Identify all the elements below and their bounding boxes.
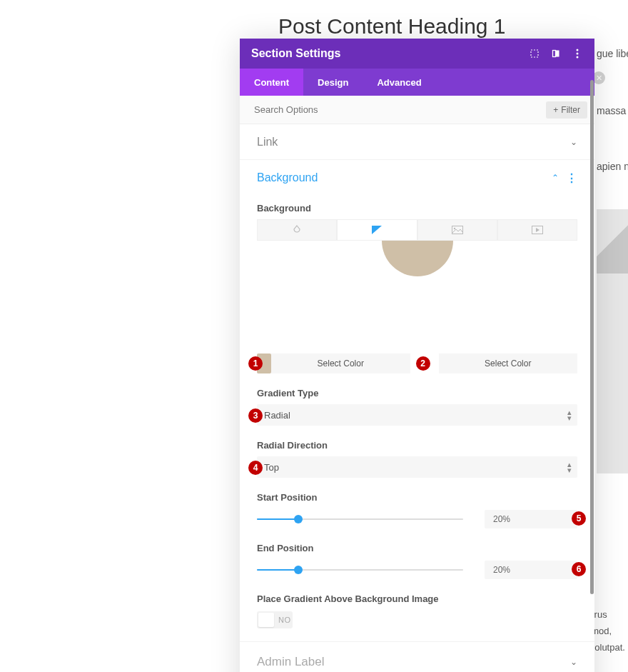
accordion-title: Background xyxy=(257,171,318,184)
start-position-label: Start Position xyxy=(257,492,577,503)
color-picker-1: 1 Select Color xyxy=(257,353,410,373)
radial-direction-value: Top xyxy=(264,462,279,473)
place-above-label: Place Gradient Above Background Image xyxy=(257,593,577,604)
bg-label: Background xyxy=(257,203,577,214)
svg-rect-1 xyxy=(553,51,556,57)
annotation-badge-4: 4 xyxy=(248,461,263,475)
bg-tab-video[interactable] xyxy=(497,219,577,241)
background-section-graphic xyxy=(597,209,628,473)
settings-tabs: Content Design Advanced xyxy=(240,69,594,96)
select-caret-icon: ▴▾ xyxy=(567,409,572,421)
chevron-down-icon: ⌄ xyxy=(570,657,577,667)
color-picker-2: 2 Select Color xyxy=(425,353,578,373)
start-position-value[interactable]: 20% xyxy=(485,510,577,528)
chevron-down-icon: ⌄ xyxy=(570,137,577,147)
background-panel: Background 1 Select Color xyxy=(240,203,594,641)
video-icon xyxy=(532,226,543,234)
annotation-badge-1: 1 xyxy=(248,356,263,371)
more-icon[interactable] xyxy=(572,48,583,59)
annotation-badge-6: 6 xyxy=(572,562,586,576)
accordion-background[interactable]: Background ⌃ ⋮ xyxy=(240,160,594,196)
tab-design[interactable]: Design xyxy=(303,69,363,96)
end-position-value[interactable]: 20% xyxy=(485,561,577,579)
background-text: massa orci uat. xyxy=(597,103,628,119)
tab-content[interactable]: Content xyxy=(240,69,303,96)
toggle-knob xyxy=(258,613,274,627)
toggle-state: NO xyxy=(278,616,291,624)
section-settings-modal: Section Settings Content Design Advanced… xyxy=(240,39,594,672)
svg-point-5 xyxy=(577,56,579,59)
radial-direction-label: Radial Direction xyxy=(257,440,577,451)
chevron-up-icon: ⌃ xyxy=(552,173,559,183)
gradient-preview-shape xyxy=(382,241,453,276)
svg-point-4 xyxy=(577,53,579,55)
annotation-badge-5: 5 xyxy=(572,511,586,526)
svg-rect-0 xyxy=(531,50,538,57)
bg-type-tabs xyxy=(257,219,577,241)
gradient-type-label: Gradient Type xyxy=(257,388,577,398)
modal-scrollbar[interactable] xyxy=(590,80,594,594)
tab-advanced[interactable]: Advanced xyxy=(363,69,435,96)
svg-point-8 xyxy=(453,228,455,229)
modal-title: Section Settings xyxy=(251,47,519,60)
place-above-toggle[interactable]: NO xyxy=(257,611,293,628)
bg-tab-image[interactable] xyxy=(417,219,497,241)
radial-direction-select[interactable]: 4 Top ▴▾ xyxy=(257,456,577,478)
accordion-link[interactable]: Link ⌄ xyxy=(240,124,594,160)
expand-icon[interactable] xyxy=(529,48,540,59)
annotation-badge-3: 3 xyxy=(248,408,263,423)
accordion-title: Link xyxy=(257,136,278,149)
filter-button[interactable]: + Filter xyxy=(546,101,587,119)
svg-point-3 xyxy=(577,49,579,51)
bg-tab-color[interactable] xyxy=(257,219,337,241)
gradient-icon xyxy=(372,226,382,234)
end-position-label: End Position xyxy=(257,543,577,553)
start-position-slider[interactable] xyxy=(257,512,463,526)
plus-icon: + xyxy=(553,105,558,115)
search-row: + Filter xyxy=(240,96,594,124)
admin-label-title: Admin Label xyxy=(257,655,325,669)
annotation-badge-2: 2 xyxy=(416,356,430,371)
filter-label: Filter xyxy=(561,105,580,115)
gradient-type-value: Radial xyxy=(264,410,290,421)
accordion-admin-label[interactable]: Admin Label ⌄ xyxy=(240,641,594,672)
paint-icon xyxy=(292,225,302,235)
background-text: gue libero. am. xyxy=(597,46,628,61)
end-position-slider[interactable] xyxy=(257,563,463,577)
search-input[interactable] xyxy=(254,96,546,124)
modal-titlebar: Section Settings xyxy=(240,39,594,69)
select-color-2-button[interactable]: Select Color xyxy=(439,353,578,373)
select-caret-icon: ▴▾ xyxy=(567,461,572,473)
options-icon[interactable]: ⋮ xyxy=(566,171,577,185)
select-color-1-button[interactable]: Select Color xyxy=(271,353,410,373)
bg-tab-gradient[interactable] xyxy=(337,219,417,241)
gradient-preview xyxy=(257,241,577,349)
page-title: Post Content Heading 1 xyxy=(278,14,506,39)
background-text: apien nisl, rpis. xyxy=(597,159,628,174)
svg-rect-2 xyxy=(556,51,559,57)
image-icon xyxy=(452,226,463,234)
snap-icon[interactable] xyxy=(550,48,562,59)
gradient-type-select[interactable]: 3 Radial ▴▾ xyxy=(257,404,577,426)
